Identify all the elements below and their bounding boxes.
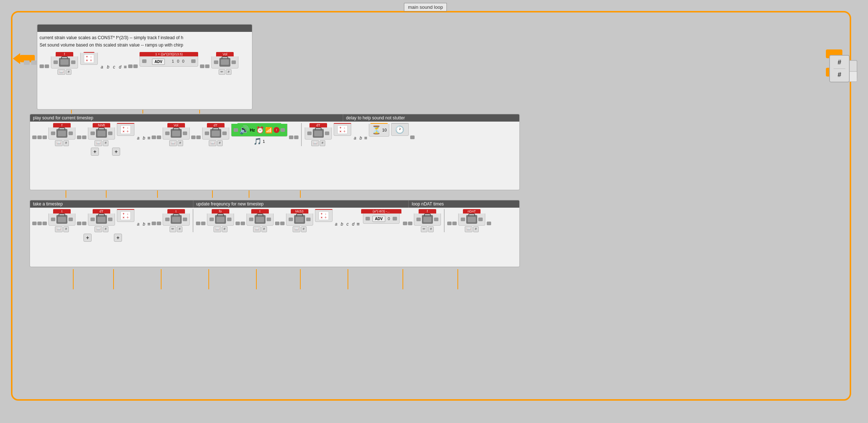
bot-title-left: take a timestep xyxy=(30,200,193,208)
bot-title-right: loop nDAT times xyxy=(408,200,519,208)
fshift-block: fshift 📖 # xyxy=(88,123,115,146)
vol-block: Vol ✏ # xyxy=(211,52,238,75)
num-2: 0 xyxy=(177,59,179,63)
bot-formula-block: (a^(-8/3) -... ADV 0 xyxy=(361,209,401,224)
num-3: 0 xyxy=(182,59,184,63)
f-block: f 📖 # xyxy=(51,52,78,75)
plus-btn-2[interactable]: + xyxy=(112,148,120,156)
green-bar-block: 🔊 Hz ⏰ 📶 ! 🎵 1 xyxy=(231,123,288,145)
right-panel: # # xyxy=(829,55,850,82)
var-c: c xyxy=(112,64,116,70)
hourglass-icon: ⏳ xyxy=(371,125,381,135)
mid-vol-block: Vol 📖 # xyxy=(163,123,190,146)
bot-t-block1: t 📖 # xyxy=(48,209,75,232)
mid-dt-block2: dT 📖 # xyxy=(305,123,332,146)
hourglass-block: ⏳ 10 xyxy=(369,123,389,137)
bars-icon: 📶 xyxy=(265,127,272,134)
formula-block: 1 + ((a^(2/3))/13.5) ADV 1 0 0 xyxy=(140,52,198,67)
mid-panel: play sound for current timestep delay to… xyxy=(29,114,520,190)
right-hash-2[interactable]: # xyxy=(838,71,841,79)
bot-adv-label: ADV xyxy=(372,216,385,222)
clock-block: 🕐 xyxy=(391,123,409,136)
connector-dot xyxy=(45,64,49,68)
f-label: f xyxy=(56,52,73,56)
svg-rect-2 xyxy=(20,55,35,62)
hz-label: Hz xyxy=(250,128,255,132)
math-ops-grid: +-×÷ xyxy=(84,54,94,63)
eq-sign: = xyxy=(124,64,127,70)
mid-math-block: +-×÷ xyxy=(117,123,134,136)
bot-f-block: f ✏ # xyxy=(414,209,441,232)
mid-f-block: f 📖 # xyxy=(48,123,75,146)
speaker-icon: 🔊 xyxy=(239,125,249,135)
book-btn[interactable]: 📖 xyxy=(58,69,65,75)
num-1: 1 xyxy=(172,59,174,63)
var-a: a xyxy=(100,64,104,70)
svg-rect-28 xyxy=(24,60,30,65)
green-bar-val: 1 xyxy=(263,139,265,144)
music-note-icon: 🎵 xyxy=(253,137,261,145)
mid-panel-title-left: play sound for current timestep xyxy=(30,114,343,122)
bot-math-block1: +-×÷ xyxy=(117,209,134,222)
svg-marker-1 xyxy=(13,53,20,64)
bot-t-block2: t ✏ # xyxy=(163,209,190,232)
right-hash-1[interactable]: # xyxy=(838,59,841,66)
bot-t-block3: t 📖 # xyxy=(246,209,274,232)
bot-plus-btn-2[interactable]: + xyxy=(114,234,122,242)
main-loop-label: main sound loop xyxy=(404,3,447,11)
vol-briefcase xyxy=(219,58,230,67)
alarm-icon: ⏰ xyxy=(256,126,264,134)
clock-icon: 🕐 xyxy=(395,125,404,134)
hash-btn[interactable]: # xyxy=(66,69,71,75)
briefcase-icon xyxy=(59,58,70,67)
pencil-btn[interactable]: ✏ xyxy=(219,69,225,75)
bot-fo-block: fo 📖 # xyxy=(207,209,234,232)
mc53-block: Mc53 📖 # xyxy=(286,209,313,232)
strain-panel-header xyxy=(37,25,252,32)
plus-btn-1[interactable]: + xyxy=(91,148,99,156)
f-body xyxy=(51,56,78,68)
delay-math-block: +-×÷ xyxy=(334,123,351,136)
mid-dt-block1: dT 📖 # xyxy=(202,123,229,146)
bot-title-mid: update freqeuncy for new timestep xyxy=(193,200,409,208)
red-dot: ! xyxy=(274,127,279,133)
bot-dt-block: dT 📖 # xyxy=(88,209,115,232)
bot-plus-btn-1[interactable]: + xyxy=(84,234,92,242)
ndat-block: nDAT 📖 # xyxy=(458,209,485,232)
var-b: b xyxy=(106,64,111,70)
strain-panel: current strain value scales as CONST* f^… xyxy=(37,24,253,110)
strain-desc-line2: Set sound volume based on this scaled st… xyxy=(40,41,250,49)
mid-panel-title-right: delay to help sound not stutter xyxy=(343,114,519,122)
adv-label: ADV xyxy=(152,59,165,65)
section-divider xyxy=(301,123,302,146)
bot-panel: take a timestep update freqeuncy for new… xyxy=(29,200,520,267)
bot-math-block2: +-×÷ xyxy=(315,209,333,222)
hash-btn-vol[interactable]: # xyxy=(226,69,231,75)
strain-desc-line1: current strain value scales as CONST* f^… xyxy=(40,34,250,41)
var-d: d xyxy=(118,64,122,70)
connector-dot xyxy=(40,64,44,68)
svg-rect-29 xyxy=(31,60,37,65)
math-ops-block: +-×÷ xyxy=(80,52,98,65)
